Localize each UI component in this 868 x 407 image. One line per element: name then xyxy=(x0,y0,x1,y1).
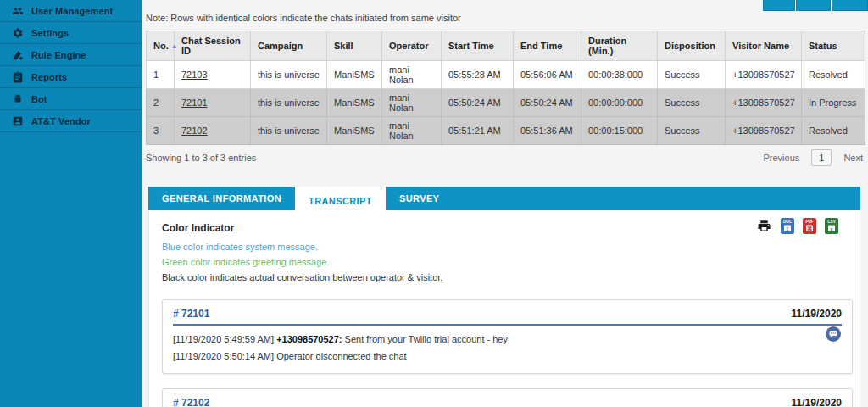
sidebar-item-label: Bot xyxy=(31,94,47,104)
column-header-start-time[interactable]: Start Time xyxy=(442,31,514,61)
page-number-button[interactable]: 1 xyxy=(811,149,832,166)
cell-duration: 00:00:00:000 xyxy=(581,89,658,117)
cell-duration: 00:00:38:000 xyxy=(581,61,658,89)
sidebar-item-label: Rule Engine xyxy=(31,50,86,60)
column-header-skill[interactable]: Skill xyxy=(327,31,382,61)
cell-no: 2 xyxy=(147,89,175,117)
sidebar-item-label: AT&T Vendor xyxy=(31,116,91,126)
chat-bubble-icon[interactable] xyxy=(826,326,841,342)
column-header-duration[interactable]: Duration (Min.) xyxy=(581,31,658,61)
csv-export-icon[interactable]: CSVx xyxy=(825,218,838,234)
sidebar-item-label: Reports xyxy=(31,72,67,82)
sidebar-item-reports[interactable]: Reports xyxy=(0,66,142,88)
cell-campaign: this is universe xyxy=(251,117,327,145)
doc-export-icon[interactable]: DOC≡ xyxy=(781,218,794,234)
cell-end-time: 05:50:24 AM xyxy=(514,89,581,117)
chat-card-header: # 72101 11/19/2020 xyxy=(173,308,842,320)
cell-end-time: 05:51:36 AM xyxy=(514,117,581,145)
message-list: [11/19/2020 5:49:59 AM] +13098570527: Se… xyxy=(173,331,842,365)
cell-campaign: this is universe xyxy=(251,61,327,89)
sidebar-item-bot[interactable]: Bot xyxy=(0,88,142,110)
previous-page-button[interactable]: Previous xyxy=(761,149,801,166)
sidebar-item-user-management[interactable]: User Management xyxy=(0,0,142,22)
chat-session-date: 11/19/2020 xyxy=(792,397,842,407)
reports-icon xyxy=(11,70,24,83)
sidebar-item-settings[interactable]: Settings xyxy=(0,22,142,44)
toolbar-button-2[interactable] xyxy=(796,0,831,11)
transcript-panel: DOC≡ PDF⌘ CSVx Color Indicator Blue colo… xyxy=(148,210,860,407)
cell-status: In Progress xyxy=(802,89,865,117)
next-page-button[interactable]: Next xyxy=(842,149,865,166)
entries-summary: Showing 1 to 3 of 3 entries xyxy=(146,153,256,163)
vendor-badge-icon xyxy=(11,114,24,127)
message-text: Operator disconnected the chat xyxy=(276,351,406,361)
chat-session-link[interactable]: 72101 xyxy=(181,98,208,108)
toolbar-button-1[interactable] xyxy=(763,0,795,11)
card-divider xyxy=(173,324,842,326)
pdf-export-icon[interactable]: PDF⌘ xyxy=(803,218,816,234)
cell-no: 1 xyxy=(147,61,175,89)
tab-general-information[interactable]: GENERAL INFORMATION xyxy=(148,187,295,210)
cell-start-time: 05:51:21 AM xyxy=(442,117,514,145)
cell-disposition: Success xyxy=(658,117,726,145)
app-root: User Management Settings Rule Engine Rep… xyxy=(0,0,868,407)
table-footer: Showing 1 to 3 of 3 entries Previous 1 N… xyxy=(146,149,865,166)
cell-status: Resolved xyxy=(802,117,865,145)
cell-visitor-name: +13098570527 xyxy=(726,61,802,89)
message-sender: +13098570527: xyxy=(276,334,342,344)
sidebar-item-rule-engine[interactable]: Rule Engine xyxy=(0,44,142,66)
column-header-disposition[interactable]: Disposition xyxy=(658,31,726,61)
chat-session-link[interactable]: 72103 xyxy=(181,70,208,80)
svg-text:≡: ≡ xyxy=(786,226,789,231)
svg-text:CSV: CSV xyxy=(827,220,836,224)
same-visitor-note: Note: Rows with identical colors indicat… xyxy=(146,13,868,23)
column-header-no[interactable]: No.▲ xyxy=(147,31,175,61)
chat-session-date: 11/19/2020 xyxy=(792,308,842,320)
cell-session-id: 72102 xyxy=(175,117,251,145)
print-icon[interactable] xyxy=(756,219,772,233)
legend-system-message: Blue color indicates system message. xyxy=(162,240,860,254)
cell-duration: 00:00:15:000 xyxy=(581,117,658,145)
chat-transcript-card: # 72101 11/19/2020 [11/19/2020 5:49:59 A… xyxy=(162,299,853,374)
rule-engine-icon xyxy=(11,48,24,61)
message-timestamp: [11/19/2020 5:49:59 AM] xyxy=(173,334,274,344)
chat-transcript-card: # 72102 11/19/2020 xyxy=(162,388,853,407)
cell-no: 3 xyxy=(147,117,175,145)
cell-operator: mani Nolan xyxy=(382,89,442,117)
cell-disposition: Success xyxy=(658,61,726,89)
cell-campaign: this is universe xyxy=(251,89,327,117)
table-row: 2 72101 this is universe ManiSMS mani No… xyxy=(147,89,865,117)
chat-sessions-table: No.▲ Chat Session ID Campaign Skill Oper… xyxy=(146,31,865,145)
cell-session-id: 72103 xyxy=(175,61,251,89)
export-toolbar: DOC≡ PDF⌘ CSVx xyxy=(756,218,838,234)
sidebar-item-att-vendor[interactable]: AT&T Vendor xyxy=(0,110,142,132)
column-header-campaign[interactable]: Campaign xyxy=(251,31,327,61)
table-row: 1 72103 this is universe ManiSMS mani No… xyxy=(147,61,865,89)
cell-visitor-name: +13098570527 xyxy=(726,117,802,145)
column-header-session-id[interactable]: Chat Session ID xyxy=(175,31,251,61)
pagination: Previous 1 Next xyxy=(761,149,865,166)
legend-greeting-message: Green color indicates greeting message. xyxy=(162,255,860,269)
svg-text:⌘: ⌘ xyxy=(807,226,813,231)
toolbar-button-3[interactable] xyxy=(832,0,868,11)
column-header-status[interactable]: Status xyxy=(802,31,865,61)
tab-survey[interactable]: SURVEY xyxy=(386,187,453,210)
detail-tab-panel: GENERAL INFORMATION TRANSCRIPT SURVEY DO… xyxy=(148,187,860,407)
chat-session-id: # 72101 xyxy=(173,308,209,320)
cell-skill: ManiSMS xyxy=(327,117,382,145)
svg-text:PDF: PDF xyxy=(805,220,813,224)
sidebar-item-label: Settings xyxy=(31,28,69,38)
chat-session-link[interactable]: 72102 xyxy=(181,125,208,136)
message-text: Sent from your Twilio trial account - he… xyxy=(345,334,508,344)
table-row: 3 72102 this is universe ManiSMS mani No… xyxy=(147,117,865,145)
chat-card-header: # 72102 11/19/2020 xyxy=(173,397,842,407)
column-header-operator[interactable]: Operator xyxy=(382,31,442,61)
column-header-end-time[interactable]: End Time xyxy=(514,31,581,61)
color-indicator-title: Color Indicator xyxy=(162,222,860,234)
chat-message: [11/19/2020 5:49:59 AM] +13098570527: Se… xyxy=(173,331,842,348)
tab-transcript[interactable]: TRANSCRIPT xyxy=(295,187,386,215)
column-header-visitor-name[interactable]: Visitor Name xyxy=(726,31,802,61)
sort-asc-icon: ▲ xyxy=(171,42,178,50)
table-header-row: No.▲ Chat Session ID Campaign Skill Oper… xyxy=(147,31,865,61)
main-content: Note: Rows with identical colors indicat… xyxy=(142,0,868,407)
